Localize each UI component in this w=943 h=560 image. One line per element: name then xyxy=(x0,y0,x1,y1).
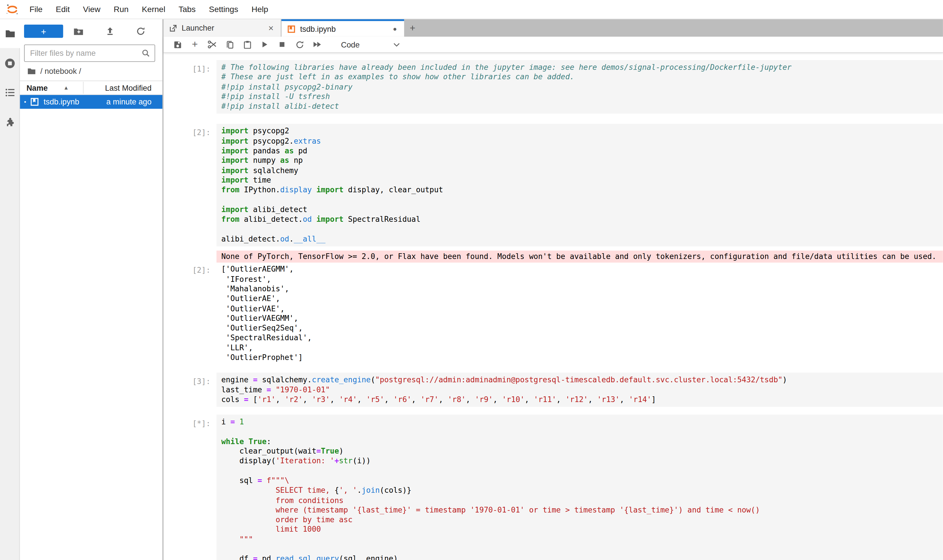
folder-icon xyxy=(27,67,36,75)
insert-cell-icon[interactable]: + xyxy=(188,38,201,50)
code-line xyxy=(221,466,938,476)
output-line: 'Mahalanobis', xyxy=(221,284,938,294)
code-line: clear_output(wait=True) xyxy=(221,446,938,456)
code-line: display('Iteration: '+str(i)) xyxy=(221,456,938,466)
save-icon[interactable] xyxy=(171,38,184,50)
menu-item-view[interactable]: View xyxy=(76,5,107,14)
code-line: alibi_detect.od.__all__ xyxy=(221,234,938,244)
input-prompt: [1]: xyxy=(164,60,216,114)
table-of-contents-icon[interactable] xyxy=(4,86,16,98)
cell-type-select[interactable]: Code xyxy=(337,40,403,49)
unsaved-changes-dot[interactable]: ● xyxy=(391,25,399,32)
restart-kernel-icon[interactable] xyxy=(293,38,306,50)
code-line: cols = ['r1', 'r2', 'r3', 'r4', 'r5', 'r… xyxy=(221,395,938,405)
code-editor[interactable]: engine = sqlalchemy.create_engine("postg… xyxy=(216,373,943,407)
tab-tsdb-ipynb[interactable]: tsdb.ipynb ● xyxy=(281,19,404,37)
upload-button[interactable] xyxy=(94,26,125,36)
code-line: import psycopg2 xyxy=(221,126,938,136)
search-icon xyxy=(141,49,150,58)
notebook-content: [1]: # The following libraries have alre… xyxy=(164,53,943,560)
chevron-down-icon xyxy=(393,42,400,47)
code-line: while True: xyxy=(221,437,938,446)
code-line: from alibi_detect.od import SpectralResi… xyxy=(221,215,938,225)
new-folder-button[interactable] xyxy=(63,26,94,36)
cut-cells-icon[interactable] xyxy=(205,38,219,50)
code-line: #!pip install alibi-detect xyxy=(221,102,938,111)
interrupt-kernel-icon[interactable] xyxy=(275,38,289,50)
menu-item-settings[interactable]: Settings xyxy=(202,5,245,14)
code-line: from IPython.display import display, cle… xyxy=(221,185,938,195)
output-line: 'OutlierAE', xyxy=(221,294,938,304)
file-list-header: Name ▲ Last Modified xyxy=(20,80,162,95)
breadcrumb-path: / notebook / xyxy=(40,67,81,75)
output-line: ['OutlierAEGMM', xyxy=(221,265,938,274)
main-area: Launcher × tsdb.ipynb ● + xyxy=(164,19,943,560)
run-all-cells-icon[interactable] xyxy=(310,38,324,50)
input-prompt: [2]: xyxy=(164,124,216,246)
refresh-button[interactable] xyxy=(125,26,157,36)
execute-result: ['OutlierAEGMM', 'IForest', 'Mahalanobis… xyxy=(216,264,943,363)
notebook-icon xyxy=(287,24,296,34)
close-tab-icon[interactable]: × xyxy=(267,23,275,33)
breadcrumb[interactable]: / notebook / xyxy=(20,62,162,80)
code-editor[interactable]: import psycopg2import psycopg2.extrasimp… xyxy=(216,124,943,246)
code-line: i = 1 xyxy=(221,417,938,427)
code-line: import psycopg2.extras xyxy=(221,136,938,146)
menu-item-edit[interactable]: Edit xyxy=(49,5,76,14)
output-line: 'LLR', xyxy=(221,343,938,353)
code-line: limit 1000 xyxy=(221,525,938,535)
notebook-file-icon xyxy=(30,97,39,106)
running-kernels-icon[interactable] xyxy=(4,58,16,69)
cell-type-value: Code xyxy=(341,40,360,49)
copy-cells-icon[interactable] xyxy=(223,38,236,50)
notebook-toolbar: + xyxy=(164,37,943,53)
file-name: tsdb.ipynb xyxy=(43,97,79,106)
file-browser-panel: + xyxy=(20,19,164,560)
code-line: #!pip install psycopg2-binary xyxy=(221,82,938,92)
tab-bar: Launcher × tsdb.ipynb ● + xyxy=(164,19,943,37)
run-cell-icon[interactable] xyxy=(258,38,271,50)
filter-files-box xyxy=(24,45,155,62)
output-line: 'SpectralResidual', xyxy=(221,333,938,343)
code-line: import sqlalchemy xyxy=(221,166,938,175)
column-header-modified[interactable]: Last Modified xyxy=(105,83,162,92)
filter-files-input[interactable] xyxy=(29,48,142,58)
output-line: 'OutlierVAEGMM', xyxy=(221,314,938,323)
code-line: #!pip install -U tsfresh xyxy=(221,92,938,102)
code-line: last_time = "1970-01-01" xyxy=(221,385,938,395)
menu-item-kernel[interactable]: Kernel xyxy=(135,5,172,14)
menu-items: FileEditViewRunKernelTabsSettingsHelp xyxy=(23,5,275,14)
code-line xyxy=(221,427,938,437)
paste-cells-icon[interactable] xyxy=(241,38,254,50)
launcher-icon xyxy=(169,24,177,32)
tab-label: Launcher xyxy=(182,23,214,32)
output-line: 'OutlierSeq2Seq', xyxy=(221,323,938,333)
code-line: engine = sqlalchemy.create_engine("postg… xyxy=(221,375,938,385)
extensions-icon[interactable] xyxy=(4,117,16,128)
file-row-tsdb-ipynb[interactable]: • tsdb.ipynb a minute ago xyxy=(20,95,162,109)
menu-item-help[interactable]: Help xyxy=(245,5,275,14)
code-line: order by time asc xyxy=(221,515,938,525)
output-line: 'IForest', xyxy=(221,274,938,284)
unsaved-bullet: • xyxy=(24,99,26,105)
code-line: import time xyxy=(221,175,938,185)
code-line: # These are just left in as examples to … xyxy=(221,72,938,82)
menu-item-tabs[interactable]: Tabs xyxy=(172,5,202,14)
code-line: df = pd.read_sql_query(sql, engine) xyxy=(221,554,938,560)
code-editor[interactable]: # The following libraries have already b… xyxy=(216,60,943,114)
file-browser-toolbar: + xyxy=(20,19,162,38)
sort-ascending-icon[interactable]: ▲ xyxy=(63,85,69,91)
code-editor[interactable]: i = 1 while True: clear_output(wait=True… xyxy=(216,415,943,560)
new-launcher-button[interactable]: + xyxy=(24,25,63,38)
code-line: """ xyxy=(221,535,938,545)
menu-item-run[interactable]: Run xyxy=(107,5,135,14)
cell-2-output: [2]: ['OutlierAEGMM', 'IForest', 'Mahala… xyxy=(164,264,943,363)
input-prompt: [*]: xyxy=(164,415,216,560)
menu-item-file[interactable]: File xyxy=(23,5,49,14)
file-browser-icon[interactable] xyxy=(4,28,16,39)
new-tab-button[interactable]: + xyxy=(404,19,421,37)
menu-bar: FileEditViewRunKernelTabsSettingsHelp xyxy=(0,0,943,19)
column-header-name[interactable]: Name xyxy=(20,83,48,92)
tab-launcher[interactable]: Launcher × xyxy=(164,19,281,37)
code-line: sql = f"""\ xyxy=(221,476,938,486)
